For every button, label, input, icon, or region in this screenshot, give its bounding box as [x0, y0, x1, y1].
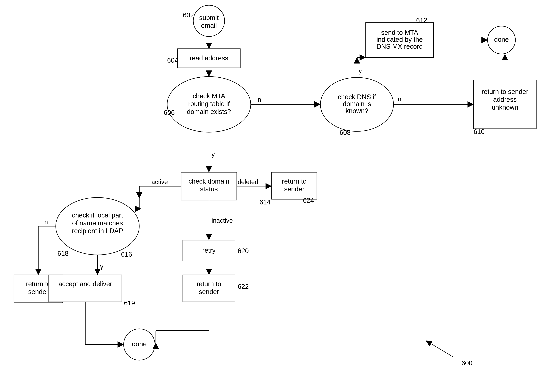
ref-624: 624 [303, 197, 314, 204]
label-inactive: inactive [212, 217, 233, 224]
submit-email-label2: email [201, 22, 217, 29]
check-domain-label2: status [200, 185, 218, 193]
ref-600: 600 [461, 359, 472, 367]
ref-602: 602 [183, 12, 194, 19]
check-mta-label3: domain exists? [187, 108, 231, 115]
rts-622-label1: return to [197, 280, 221, 288]
ref-622: 622 [238, 283, 249, 290]
check-local-label1: check if local part [72, 212, 123, 219]
check-dns-label3: known? [346, 107, 369, 114]
ref-606: 606 [164, 109, 175, 116]
send-mta-label3: DNS MX record [376, 43, 423, 50]
ref-620: 620 [238, 247, 249, 255]
ref-608: 608 [340, 129, 350, 136]
rts-unknown-label3: unknown [492, 104, 518, 111]
label-n-local: n [44, 218, 48, 225]
retry-label: retry [202, 247, 216, 254]
check-mta-label1: check MTA [192, 92, 225, 100]
ref-612: 612 [416, 17, 427, 24]
label-y-mta: y [212, 151, 215, 158]
ref-604: 604 [167, 57, 178, 64]
check-domain-label1: check domain [189, 178, 229, 185]
label-active: active [151, 178, 168, 185]
done-top-label: done [494, 36, 509, 43]
rts-618-label2: sender [28, 288, 49, 295]
check-dns-label1: check DNS if [338, 93, 376, 101]
arrow-600-ref [427, 341, 453, 357]
ref-610: 610 [474, 128, 485, 135]
check-mta-label2: routing table if [188, 100, 230, 107]
submit-email-label: submit [199, 14, 219, 21]
send-mta-label2: indicated by the [376, 36, 423, 43]
ref-618: 618 [57, 250, 68, 257]
rts-unknown-label2: address [493, 96, 517, 103]
rts-618-label1: return to [26, 280, 51, 288]
check-local-label2: of name matches [72, 219, 123, 227]
check-local-label3: recipient in LDAP [72, 227, 123, 235]
ref-616: 616 [121, 251, 132, 258]
accept-deliver-node [49, 275, 122, 302]
label-y-local: y [100, 263, 103, 270]
rts-622-label2: sender [199, 288, 219, 295]
label-deleted: deleted [238, 178, 258, 185]
read-address-label: read address [190, 55, 228, 62]
rts-624-label2: sender [284, 185, 305, 193]
send-mta-label1: send to MTA [381, 29, 418, 36]
accept-deliver-label1: accept and deliver [58, 280, 112, 288]
label-n-mta: n [258, 96, 261, 103]
label-y-dns: y [359, 67, 362, 75]
check-dns-label2: domain is [343, 100, 371, 107]
done-bottom-label: done [132, 340, 147, 348]
ref-614: 614 [259, 198, 270, 206]
diagram-container: submit email 602 read address 604 check … [0, 0, 553, 392]
label-n-dns: n [398, 96, 401, 103]
arrow-domain-checklocal [139, 186, 181, 197]
rts-624-label1: return to [282, 178, 307, 185]
ref-619: 619 [124, 300, 135, 307]
rts-unknown-label1: return to sender [482, 88, 528, 95]
